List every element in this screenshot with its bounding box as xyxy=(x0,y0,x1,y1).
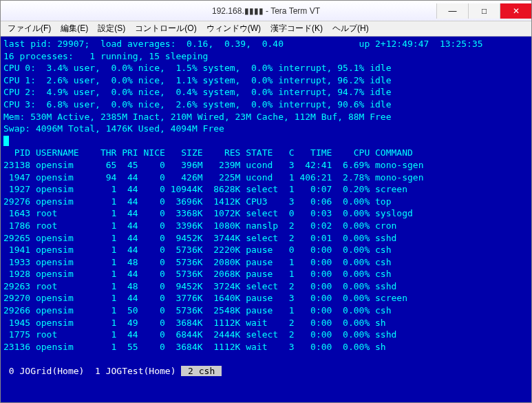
table-row: 29263 root 1 48 0 9452K 3724K select 2 0… xyxy=(3,281,396,291)
table-row: 1947 opensim 94 44 0 426M 225M ucond 1 4… xyxy=(3,172,423,183)
process-header: PID USERNAME THR PRI NICE SIZE RES STATE… xyxy=(3,147,413,158)
cursor-block xyxy=(3,136,9,146)
tab-1[interactable]: 1 JOGTest(Home) xyxy=(89,366,181,376)
menu-window[interactable]: ウィンドウ(W) xyxy=(202,21,265,36)
table-row: 29270 opensim 1 44 0 3776K 1640K pause 3… xyxy=(3,293,407,303)
menu-help[interactable]: ヘルプ(H) xyxy=(328,21,373,36)
table-row: 1928 opensim 1 44 0 5736K 2068K pause 1 … xyxy=(3,269,392,279)
table-row: 29265 opensim 1 44 0 9452K 3744K select … xyxy=(3,233,396,243)
menu-edit[interactable]: 編集(E) xyxy=(56,21,92,36)
menu-file[interactable]: ファイル(F) xyxy=(3,21,55,36)
line-cpu2: CPU 2: 4.9% user, 0.0% nice, 0.4% system… xyxy=(3,87,392,97)
table-row: 1786 root 1 44 0 3396K 1080K nanslp 2 0:… xyxy=(3,220,396,231)
line-cpu3: CPU 3: 6.8% user, 0.0% nice, 2.6% system… xyxy=(3,99,392,110)
maximize-button[interactable]: □ xyxy=(468,3,500,19)
table-row: 23138 opensim 65 45 0 396M 239M ucond 3 … xyxy=(3,160,423,170)
window-buttons: — □ ✕ xyxy=(436,3,531,19)
tab-2-active[interactable]: 2 csh xyxy=(181,366,222,376)
line-lastpid: last pid: 29907; load averages: 0.16, 0.… xyxy=(3,39,483,49)
table-row: 1927 opensim 1 44 0 10944K 8628K select … xyxy=(3,184,407,194)
table-row: 1643 root 1 44 0 3368K 1072K select 0 0:… xyxy=(3,208,413,218)
titlebar[interactable]: 192.168.▮▮▮▮ - Tera Term VT — □ ✕ xyxy=(1,1,531,21)
table-row: 1933 opensim 1 48 0 5736K 2080K pause 1 … xyxy=(3,257,392,267)
line-cpu0: CPU 0: 3.4% user, 0.0% nice, 1.5% system… xyxy=(3,63,392,73)
table-row: 1941 opensim 1 44 0 5736K 2220K pause 0 … xyxy=(3,245,392,255)
line-swap: Swap: 4096M Total, 1476K Used, 4094M Fre… xyxy=(3,123,224,134)
terminal-area[interactable]: last pid: 29907; load averages: 0.16, 0.… xyxy=(1,37,531,402)
table-row: 23136 opensim 1 55 0 3684K 1112K wait 3 … xyxy=(3,342,386,352)
menu-kanji[interactable]: 漢字コード(K) xyxy=(266,21,327,36)
line-processes: 16 processes: 1 running, 15 sleeping xyxy=(3,51,208,61)
table-row: 1945 opensim 1 49 0 3684K 1112K wait 2 0… xyxy=(3,318,386,328)
tab-0[interactable]: 0 JOGrid(Home) xyxy=(3,366,89,376)
menubar: ファイル(F) 編集(E) 設定(S) コントロール(O) ウィンドウ(W) 漢… xyxy=(1,21,531,37)
line-mem: Mem: 530M Active, 2385M Inact, 210M Wire… xyxy=(3,112,392,122)
minimize-button[interactable]: — xyxy=(436,3,468,19)
table-row: 29276 opensim 1 44 0 3696K 1412K CPU3 3 … xyxy=(3,196,392,207)
line-cpu1: CPU 1: 2.6% user, 0.0% nice, 1.1% system… xyxy=(3,75,392,85)
table-row: 29266 opensim 1 50 0 5736K 2548K pause 1… xyxy=(3,305,392,316)
menu-control[interactable]: コントロール(O) xyxy=(131,21,200,36)
close-button[interactable]: ✕ xyxy=(500,3,531,19)
menu-settings[interactable]: 設定(S) xyxy=(94,21,129,36)
app-window: 192.168.▮▮▮▮ - Tera Term VT — □ ✕ ファイル(F… xyxy=(0,0,532,403)
table-row: 1775 root 1 44 0 6844K 2444K select 2 0:… xyxy=(3,329,396,340)
screen-tabline: 0 JOGrid(Home) 1 JOGTest(Home) 2 csh xyxy=(3,366,222,376)
